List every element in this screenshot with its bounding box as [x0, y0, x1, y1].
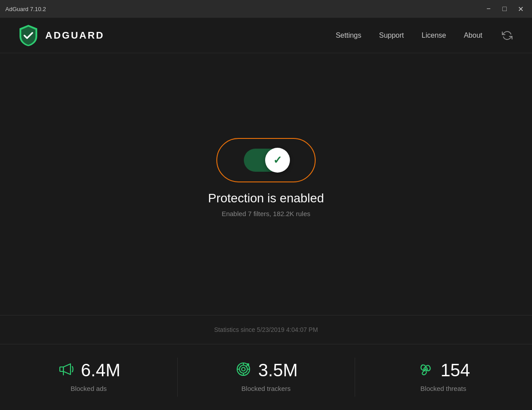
blocked-trackers-label: Blocked trackers: [242, 385, 291, 392]
maximize-button[interactable]: □: [498, 3, 511, 15]
blocked-threats-value: 154: [441, 360, 470, 380]
logo-text: ADGUARD: [45, 30, 104, 41]
svg-rect-0: [60, 367, 63, 371]
toggle-oval-highlight: ✓: [216, 138, 316, 182]
blocked-threats-label: Blocked threats: [420, 385, 466, 392]
app-title: AdGuard 7.10.2: [5, 6, 46, 12]
window-controls: − □ ✕: [482, 3, 527, 15]
main-content: ✓ Protection is enabled Enabled 7 filter…: [0, 53, 532, 315]
blocked-ads-value: 6.4M: [81, 360, 121, 380]
title-bar: AdGuard 7.10.2 − □ ✕: [0, 0, 532, 18]
stat-blocked-threats: 154 Blocked threats: [355, 344, 532, 410]
stats-section: Statistics since 5/23/2019 4:04:07 PM 6.…: [0, 315, 532, 410]
toggle-knob: ✓: [265, 148, 290, 173]
header: ADGUARD Settings Support License About: [0, 18, 532, 53]
checkmark-icon: ✓: [273, 154, 282, 166]
stat-row-threats: 154: [417, 360, 470, 380]
refresh-icon[interactable]: [500, 28, 514, 43]
nav-support[interactable]: Support: [379, 32, 404, 39]
protection-toggle[interactable]: ✓: [244, 149, 288, 172]
megaphone-icon: [57, 360, 75, 380]
minimize-button[interactable]: −: [482, 3, 495, 15]
stat-blocked-ads: 6.4M Blocked ads: [0, 344, 177, 410]
blocked-trackers-value: 3.5M: [258, 360, 298, 380]
svg-point-5: [425, 368, 426, 370]
nav-about[interactable]: About: [464, 32, 482, 39]
close-button[interactable]: ✕: [514, 3, 527, 15]
biohazard-icon: [417, 360, 434, 380]
toggle-section: ✓ Protection is enabled Enabled 7 filter…: [208, 138, 324, 217]
protection-status: Protection is enabled: [208, 191, 324, 205]
nav-settings[interactable]: Settings: [336, 32, 361, 39]
blocked-ads-label: Blocked ads: [70, 385, 107, 392]
target-icon: [235, 360, 252, 380]
stats-since-label: Statistics since 5/23/2019 4:04:07 PM: [0, 315, 532, 344]
stats-grid: 6.4M Blocked ads 3.5M Blo: [0, 344, 532, 410]
adguard-logo-icon: [18, 24, 39, 47]
logo-area: ADGUARD: [18, 24, 336, 47]
svg-point-3: [242, 367, 245, 371]
stat-blocked-trackers: 3.5M Blocked trackers: [177, 344, 355, 410]
stat-row-ads: 6.4M: [57, 360, 121, 380]
protection-subtitle: Enabled 7 filters, 182.2K rules: [222, 210, 310, 217]
stat-row-trackers: 3.5M: [235, 360, 298, 380]
nav-license[interactable]: License: [422, 32, 446, 39]
nav-links: Settings Support License About: [336, 28, 514, 43]
